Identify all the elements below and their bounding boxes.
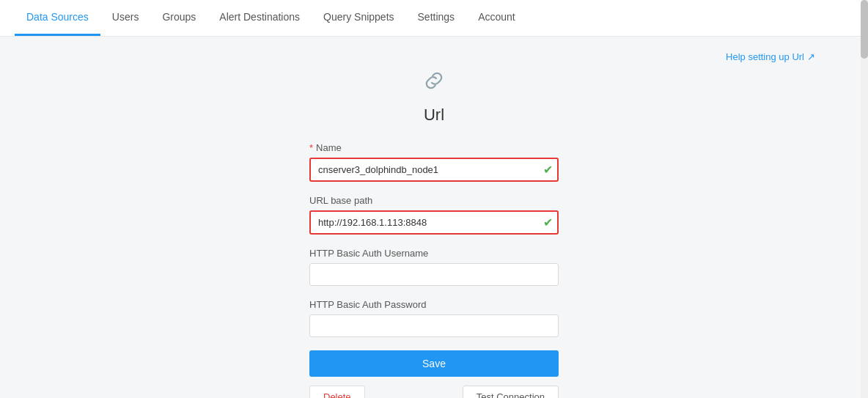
name-form-group: *Name ✔: [309, 142, 559, 182]
nav-item-groups[interactable]: Groups: [150, 0, 207, 36]
name-input[interactable]: [309, 158, 559, 182]
url-input-wrapper: ✔: [309, 210, 559, 235]
scrollbar[interactable]: [861, 0, 868, 398]
http-password-input[interactable]: [309, 314, 559, 337]
button-row: Delete Test Connection: [309, 386, 559, 398]
delete-button[interactable]: Delete: [309, 386, 365, 398]
http-username-input-wrapper: [309, 263, 559, 286]
name-required-star: *: [309, 142, 313, 153]
http-password-input-wrapper: [309, 314, 559, 337]
nav-item-data-sources[interactable]: Data Sources: [15, 0, 100, 36]
url-form-group: URL base path ✔: [309, 195, 559, 235]
form-container: *Name ✔ URL base path ✔ HTTP Basic Auth …: [309, 142, 559, 398]
help-link[interactable]: Help setting up Url ↗: [726, 51, 815, 62]
url-label: URL base path: [309, 195, 559, 206]
http-username-label: HTTP Basic Auth Username: [309, 248, 559, 259]
http-username-input[interactable]: [309, 263, 559, 286]
help-link-text: Help setting up Url: [726, 51, 804, 62]
url-check-icon: ✔: [543, 215, 553, 229]
nav-item-query-snippets[interactable]: Query Snippets: [312, 0, 406, 36]
url-chain-icon: [53, 66, 815, 100]
test-connection-button[interactable]: Test Connection: [463, 386, 559, 398]
external-link-icon: ↗: [807, 51, 815, 62]
nav-item-users[interactable]: Users: [100, 0, 151, 36]
nav-item-alert-destinations[interactable]: Alert Destinations: [207, 0, 312, 36]
nav-item-settings[interactable]: Settings: [406, 0, 467, 36]
http-username-form-group: HTTP Basic Auth Username: [309, 248, 559, 286]
url-input[interactable]: [309, 210, 559, 235]
icon-area: [53, 66, 815, 100]
top-nav: Data Sources Users Groups Alert Destinat…: [0, 0, 868, 37]
http-password-label: HTTP Basic Auth Password: [309, 299, 559, 310]
name-check-icon: ✔: [543, 163, 553, 177]
name-input-wrapper: ✔: [309, 158, 559, 182]
scrollbar-thumb[interactable]: [861, 0, 868, 59]
save-button[interactable]: Save: [309, 350, 559, 377]
page-wrapper: Data Sources Users Groups Alert Destinat…: [0, 0, 868, 398]
name-label: *Name: [309, 142, 559, 153]
main-content: Help setting up Url ↗ Url *Name: [31, 37, 837, 398]
http-password-form-group: HTTP Basic Auth Password: [309, 299, 559, 337]
nav-item-account[interactable]: Account: [466, 0, 527, 36]
datasource-title: Url: [53, 106, 815, 125]
